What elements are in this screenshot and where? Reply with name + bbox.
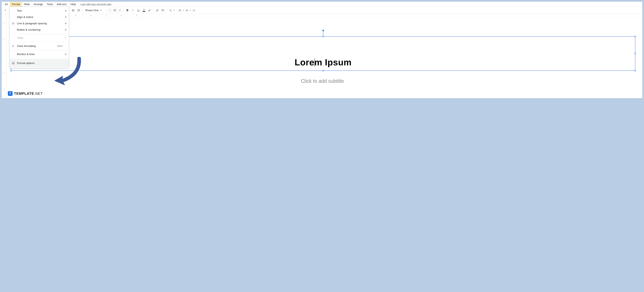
watermark-icon: T [8, 91, 12, 96]
line-spacing-button[interactable] [178, 8, 182, 13]
bold-icon: B [126, 9, 128, 12]
toolbar-btn-left-partial[interactable] [3, 8, 8, 13]
link-icon [156, 9, 159, 12]
watermark-brand: TEMPLATE [14, 91, 34, 96]
title-text[interactable]: Lorem Ipsum [11, 57, 635, 67]
font-size-input[interactable] [112, 8, 118, 12]
dd-bullets-numbering[interactable]: Bullets & numbering [10, 27, 69, 33]
dd-label: Text [17, 9, 22, 12]
dropdown-separator [10, 34, 69, 34]
bullet-list-icon [186, 9, 188, 12]
text-color-button[interactable]: A [142, 8, 146, 13]
italic-icon: I [132, 9, 134, 12]
workspace: 2 1 1 2 1 2 3 4 5 6 7 8 9 [2, 14, 642, 98]
decrease-size-button[interactable]: − [108, 8, 112, 12]
chevron-down-icon [5, 10, 6, 11]
slide-canvas[interactable]: Lorem Ipsum Click to add subtitle [7, 17, 642, 98]
highlighter-icon [148, 9, 151, 12]
rotate-handle[interactable] [322, 30, 324, 31]
ruler-tick: 5 [75, 14, 76, 16]
title-textbox[interactable]: Lorem Ipsum [11, 36, 635, 71]
clear-formatting-icon [12, 44, 15, 48]
comment-icon [161, 9, 164, 12]
dd-text[interactable]: Text [10, 7, 69, 14]
chevron-right-icon [66, 29, 66, 31]
svg-rect-30 [13, 63, 14, 64]
toolbar-separator [106, 8, 106, 12]
increase-size-button[interactable]: + [118, 8, 122, 12]
menu-help[interactable]: Help [68, 2, 78, 7]
dd-align-indent[interactable]: Align & indent [10, 14, 69, 20]
horizontal-ruler: 1 2 3 4 5 6 7 8 9 [7, 14, 642, 17]
theme-button[interactable] [76, 8, 81, 13]
ruler-tick: 8 [121, 14, 122, 16]
canvas-area: 1 2 3 4 5 6 7 8 9 [7, 14, 642, 98]
ruler-tick: 6 [90, 14, 91, 16]
ruler-tick: 2 [2, 88, 6, 90]
layout-icon [72, 9, 74, 12]
italic-button[interactable]: I [130, 8, 135, 13]
dropdown-separator [10, 50, 69, 50]
ruler-tick: 2 [2, 22, 6, 24]
menu-insert[interactable]: ert [3, 2, 10, 7]
toolbar-separator [153, 8, 154, 12]
svg-text:3: 3 [193, 11, 193, 11]
dd-label: Clear formatting [17, 44, 36, 48]
chevron-right-icon [66, 10, 66, 11]
subtitle-placeholder[interactable]: Click to add subtitle [7, 78, 638, 84]
chevron-right-icon [66, 37, 66, 39]
align-button[interactable] [168, 8, 173, 13]
dd-borders-lines[interactable]: Borders & lines [10, 51, 69, 57]
watermark-text: TEMPLATE.NET [14, 91, 43, 96]
svg-point-14 [186, 9, 186, 10]
font-picker[interactable]: Russo One [84, 8, 105, 12]
resize-handle-tm[interactable] [322, 36, 324, 37]
dd-label: Table [17, 36, 23, 39]
align-icon [169, 9, 172, 12]
dd-format-options[interactable]: Format options [10, 59, 69, 67]
resize-handle-bm[interactable] [322, 70, 324, 71]
resize-handle-mr[interactable] [634, 53, 636, 54]
bold-button[interactable]: B [125, 8, 130, 13]
menu-arrange[interactable]: Arrange [32, 2, 45, 7]
ruler-tick: 1 [2, 39, 6, 40]
svg-point-15 [186, 10, 186, 10]
highlight-color-button[interactable] [147, 8, 152, 13]
menu-addons[interactable]: Add-ons [55, 2, 68, 7]
line-spacing-icon [178, 9, 181, 12]
chevron-down-icon [190, 10, 191, 11]
resize-handle-br[interactable] [634, 70, 636, 71]
dropdown-separator [10, 58, 69, 58]
underline-button[interactable]: U [136, 8, 141, 13]
dd-label: Format options [17, 62, 34, 65]
ruler-tick: 9 [136, 14, 137, 16]
chevron-down-icon [183, 10, 184, 11]
vertical-ruler: 2 1 1 2 [2, 14, 7, 98]
last-edit-link[interactable]: Last edit was seconds ago [80, 3, 111, 6]
layout-button[interactable] [71, 8, 76, 13]
menu-slide[interactable]: Slide [22, 2, 32, 7]
theme-icon [77, 9, 80, 12]
chevron-right-icon [66, 23, 66, 24]
toolbar: Russo One − + B I U A [2, 7, 642, 14]
dd-line-spacing[interactable]: Line & paragraph spacing [10, 20, 69, 27]
resize-handle-bl[interactable] [10, 70, 12, 71]
dd-label: Bullets & numbering [17, 28, 40, 31]
menu-format[interactable]: Format [10, 2, 22, 7]
numbered-list-button[interactable]: 123 [191, 8, 196, 13]
rotate-connector [323, 30, 323, 36]
insert-comment-button[interactable] [160, 8, 165, 13]
chevron-down-icon [100, 10, 102, 11]
insert-link-button[interactable] [155, 8, 160, 13]
format-options-icon [12, 62, 15, 65]
resize-handle-tr[interactable] [634, 36, 636, 37]
svg-rect-0 [72, 9, 74, 11]
dd-label: Align & indent [17, 15, 33, 19]
menubar: ert Format Slide Arrange Tools Add-ons H… [2, 2, 642, 7]
svg-rect-3 [78, 9, 80, 11]
dd-clear-formatting[interactable]: Clear formatting Ctrl+\ [10, 43, 69, 49]
bullet-list-button[interactable] [184, 8, 189, 13]
menu-tools[interactable]: Tools [45, 2, 55, 7]
text-cursor [314, 58, 314, 66]
dd-label: Borders & lines [17, 53, 35, 56]
